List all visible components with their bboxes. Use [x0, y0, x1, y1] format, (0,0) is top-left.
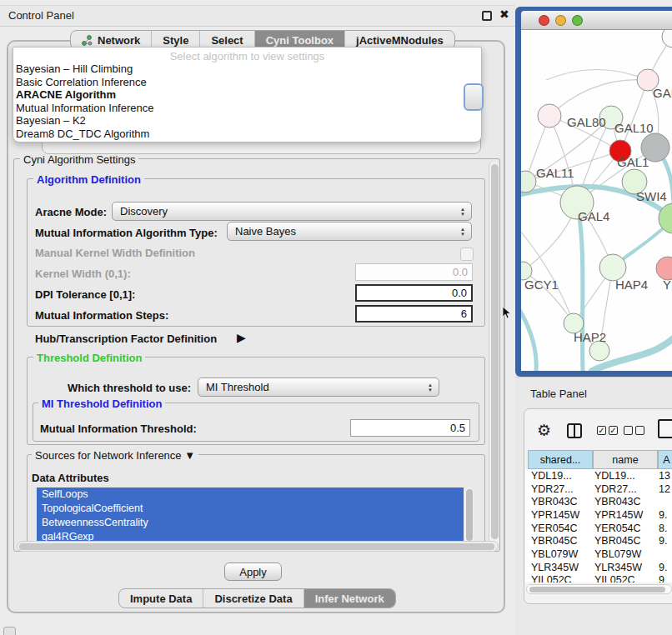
network-edge-thick[interactable]	[521, 305, 536, 371]
which-threshold-select[interactable]: MI Threshold ▲▼	[198, 378, 439, 397]
table-cell: 9.	[655, 562, 672, 573]
table-row[interactable]: YBL079WYBL079W	[525, 548, 672, 561]
attribute-list-item[interactable]: SelfLoops	[37, 488, 464, 502]
table-row[interactable]: YLR345WYLR345W9.	[525, 561, 672, 574]
unchecked-checkbox-icon[interactable]	[635, 426, 644, 435]
network-edge[interactable]	[546, 70, 648, 81]
combo-stepper-icon: ▲▼	[422, 382, 439, 392]
columns-icon[interactable]	[567, 423, 582, 438]
dpi-tolerance-input[interactable]	[355, 284, 473, 302]
combo-stepper-icon: ▲▼	[454, 227, 471, 237]
network-node[interactable]	[662, 30, 672, 48]
tab-infer-network[interactable]: Infer Network	[304, 589, 395, 608]
dropdown-placeholder: Select algorithm to view settings	[13, 48, 481, 62]
float-window-icon[interactable]	[482, 11, 492, 21]
table-row[interactable]: YDR27...YDR27...12	[525, 482, 672, 496]
network-tab-icon	[82, 35, 93, 46]
manual-kernel-width-checkbox[interactable]	[460, 248, 474, 261]
column-header-third[interactable]: A	[658, 450, 672, 469]
table-row[interactable]: YPR145WYPR145W9.	[525, 508, 672, 522]
which-threshold-value: MI Threshold	[198, 381, 422, 393]
control-panel-title: Control Panel	[8, 9, 74, 22]
network-canvas[interactable]: GALGAL80GAL10GAL1GAL11SWI4GAL4GCY1HAP4YH…	[521, 30, 672, 371]
network-node[interactable]	[538, 104, 561, 128]
mi-threshold-input[interactable]	[350, 419, 470, 437]
network-edge[interactable]	[549, 80, 648, 116]
network-node-label: GAL11	[536, 166, 574, 180]
tab-label: Discretize Data	[214, 592, 292, 605]
aracne-mode-label: Aracne Mode:	[35, 206, 107, 218]
dropdown-item[interactable]: Dream8 DC_TDC Algorithm	[13, 128, 481, 141]
dropdown-item[interactable]: Bayesian – K2	[13, 114, 481, 128]
mi-algorithm-type-label: Mutual Information Algorithm Type:	[35, 227, 218, 239]
network-node-label: GAL1	[617, 155, 649, 169]
gear-icon[interactable]: ⚙	[537, 421, 551, 440]
attributes-scrollbar[interactable]	[464, 488, 474, 546]
page-icon[interactable]	[658, 419, 672, 438]
table-cell: 9.	[655, 535, 672, 547]
tab-label: Style	[163, 34, 188, 47]
table-cell: YER054C	[592, 522, 655, 534]
column-header-name[interactable]: name	[593, 450, 658, 469]
network-node-label: HAP2	[574, 330, 606, 344]
tab-label: Impute Data	[130, 592, 192, 605]
tab-discretize-data[interactable]: Discretize Data	[203, 589, 303, 608]
network-node-label: GAL10	[614, 121, 654, 135]
kernel-width-input[interactable]	[355, 263, 473, 281]
table-cell: YBL079W	[592, 548, 655, 560]
cyni-settings-legend: Cyni Algorithm Settings	[20, 153, 138, 166]
checked-checkbox-icon[interactable]: ✓	[609, 426, 618, 435]
network-window-titlebar[interactable]	[521, 11, 672, 30]
dpi-tolerance-label: DPI Tolerance [0,1]:	[35, 288, 135, 301]
sources-collapse-arrow-icon[interactable]: ▼	[184, 449, 195, 462]
table-row[interactable]: YIL052CYIL052C9	[525, 574, 672, 583]
mi-steps-input[interactable]	[355, 305, 473, 322]
aracne-mode-select[interactable]: Discovery ▲▼	[112, 202, 472, 221]
table-row[interactable]: YER054CYER054C8.	[525, 522, 672, 535]
manual-kernel-width-label: Manual Kernel Width Definition	[35, 247, 195, 259]
close-icon[interactable]: ✖	[499, 8, 509, 21]
table-cell: 13	[655, 470, 672, 482]
attribute-list-item[interactable]: TopologicalCoefficient	[37, 502, 464, 516]
dropdown-item[interactable]: Basic Correlation Inference	[13, 76, 481, 89]
kernel-width-label: Kernel Width (0,1):	[35, 268, 131, 280]
threshold-definition-legend: Threshold Definition	[33, 352, 145, 364]
network-node[interactable]	[521, 171, 536, 192]
table-horizontal-scrollbar[interactable]	[526, 584, 672, 594]
collapsed-panel-button[interactable]	[3, 627, 16, 635]
tab-impute-data[interactable]: Impute Data	[119, 589, 203, 608]
mi-algorithm-type-select[interactable]: Naive Bayes ▲▼	[227, 222, 472, 241]
dropdown-item[interactable]: Bayesian – Hill Climbing	[13, 62, 481, 76]
apply-button[interactable]: Apply	[224, 562, 282, 581]
window-minimize-button[interactable]	[555, 15, 566, 26]
tab-label: jActiveMNodules	[356, 34, 444, 47]
table-cell: YBR043C	[525, 496, 592, 508]
attribute-list-item[interactable]: BetweennessCentrality	[37, 516, 464, 530]
checked-checkbox-icon[interactable]: ✓	[597, 426, 606, 435]
table-row[interactable]: YDL19...YDL19...13	[525, 469, 672, 482]
data-attributes-list: SelfLoopsTopologicalCoefficientBetweenne…	[37, 488, 464, 546]
dropdown-item[interactable]: Mutual Information Inference	[13, 102, 481, 115]
table-row[interactable]: YBR045CYBR045C9.	[525, 534, 672, 548]
hub-expand-arrow-icon[interactable]: ▶	[237, 331, 246, 344]
window-close-button[interactable]	[539, 15, 549, 26]
settings-vertical-scrollbar[interactable]	[489, 162, 499, 547]
algorithm-definition-legend: Algorithm Definition	[33, 173, 144, 186]
table-cell: YDR27...	[592, 483, 655, 495]
dropdown-item[interactable]: ARACNE Algorithm	[13, 88, 481, 102]
column-header-shared[interactable]: shared...	[528, 450, 593, 469]
unchecked-checkbox-icon[interactable]	[624, 426, 633, 435]
table-cell: 12	[655, 483, 672, 495]
hub-definition-label[interactable]: Hub/Transcription Factor Definition	[35, 332, 217, 345]
network-node-label: HAP4	[615, 278, 648, 292]
mi-threshold-label: Mutual Information Threshold:	[40, 422, 197, 435]
tab-label: Cyni Toolbox	[266, 34, 333, 47]
network-node[interactable]	[656, 257, 672, 280]
window-zoom-button[interactable]	[572, 15, 583, 26]
network-edge-thick[interactable]	[577, 202, 583, 371]
table-row[interactable]: YBR043CYBR043C	[525, 495, 672, 508]
tab-label: Network	[98, 34, 140, 47]
node-table: YDL19...YDL19...13YDR27...YDR27...12YBR0…	[525, 469, 672, 582]
table-cell: YBR045C	[592, 535, 655, 547]
settings-horizontal-scrollbar[interactable]	[17, 541, 499, 552]
